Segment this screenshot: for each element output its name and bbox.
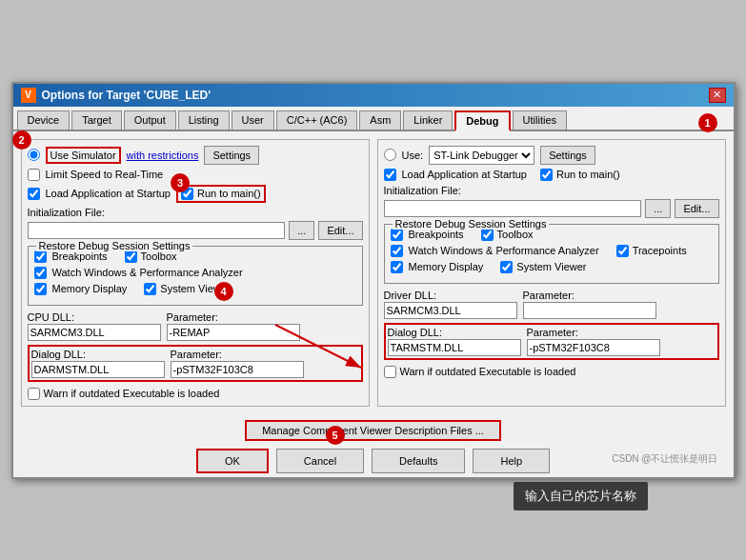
mem-check-left[interactable] <box>34 283 47 295</box>
driver-param-input[interactable] <box>523 302 656 319</box>
watch-check-left[interactable] <box>34 267 47 279</box>
mem-check-right[interactable] <box>391 261 403 273</box>
sysviewer-check-left[interactable] <box>144 283 156 295</box>
with-restrictions-link[interactable]: with restrictions <box>127 150 199 161</box>
run-to-main-check-right[interactable] <box>540 169 553 181</box>
watermark: CSDN @不让慌张是明日 <box>612 452 717 466</box>
warn-label-right: Warn if outdated Executable is loaded <box>400 366 576 377</box>
tab-debug[interactable]: Debug <box>454 110 510 131</box>
limit-speed-label: Limit Speed to Real-Time <box>46 169 164 180</box>
tooltip-arrow <box>266 320 380 377</box>
edit-btn-right[interactable]: Edit... <box>675 199 718 218</box>
annotation-5: 5 <box>326 426 345 445</box>
annotation-1: 1 <box>698 113 717 132</box>
right-settings-button[interactable]: Settings <box>540 146 595 165</box>
warn-check-left[interactable] <box>28 388 40 400</box>
app-icon: V <box>21 88 36 103</box>
driver-param-label: Parameter: <box>523 290 656 301</box>
svg-line-1 <box>275 325 361 368</box>
browse-btn-right[interactable]: ... <box>645 199 671 218</box>
bp-check-right[interactable] <box>391 229 403 241</box>
use-label-right: Use: <box>402 150 424 161</box>
trace-check-right[interactable] <box>616 245 629 257</box>
tab-bar: Device Target Output Listing User C/C++ … <box>13 107 734 131</box>
sysviewer-check-right[interactable] <box>500 261 513 273</box>
tab-listing[interactable]: Listing <box>178 110 230 130</box>
use-simulator-label: Use Simulator <box>46 147 121 164</box>
restore-group-label-left: Restore Debug Session Settings <box>36 240 193 251</box>
restore-group-label-right: Restore Debug Session Settings <box>393 218 550 230</box>
dialog-param-input-right[interactable] <box>527 339 660 356</box>
load-app-check-left[interactable] <box>28 188 40 200</box>
dialog-dll-input-left[interactable] <box>31 361 165 378</box>
annotation-2: 2 <box>12 130 31 150</box>
manage-component-button[interactable]: Manage Component Viewer Description File… <box>245 420 501 441</box>
load-app-check-right[interactable] <box>384 169 396 181</box>
run-to-main-label-right: Run to main() <box>556 169 620 180</box>
tab-device[interactable]: Device <box>17 110 71 130</box>
toolbox-check-right[interactable] <box>481 229 494 241</box>
defaults-button[interactable]: Defaults <box>372 449 465 473</box>
toolbox-check-left[interactable] <box>125 250 137 263</box>
dialog-dll-input-right[interactable] <box>388 339 521 356</box>
tab-linker[interactable]: Linker <box>403 110 453 130</box>
tab-target[interactable]: Target <box>71 110 122 130</box>
driver-dll-input[interactable] <box>384 302 517 319</box>
cpu-dll-label-left: CPU DLL: <box>28 311 161 323</box>
dialog-title: Options for Target 'CUBE_LED' <box>42 89 212 102</box>
limit-speed-check[interactable] <box>28 169 40 181</box>
load-app-label-left: Load Application at Startup <box>46 188 171 199</box>
warn-label-left: Warn if outdated Executable is loaded <box>44 388 220 399</box>
help-button[interactable]: Help <box>473 449 550 473</box>
tab-output[interactable]: Output <box>124 110 176 130</box>
browse-btn-left[interactable]: ... <box>289 221 314 240</box>
load-app-label-right: Load Application at Startup <box>402 169 527 180</box>
tab-utilities[interactable]: Utilities <box>513 110 567 130</box>
debugger-select[interactable]: ST-Link Debugger <box>429 146 534 165</box>
watch-check-right[interactable] <box>391 245 403 257</box>
tooltip-text: 输入自己的芯片名称 <box>514 482 648 510</box>
bp-check-left[interactable] <box>34 250 47 263</box>
warn-check-right[interactable] <box>384 366 396 378</box>
init-file-label-right: Initialization File: <box>384 185 719 196</box>
edit-btn-left[interactable]: Edit... <box>318 221 362 240</box>
init-file-input-right[interactable] <box>384 200 642 217</box>
tab-user[interactable]: User <box>232 110 274 130</box>
run-to-main-label-left: Run to main() <box>197 188 261 199</box>
tab-cc6[interactable]: C/C++ (AC6) <box>276 110 358 130</box>
cpu-dll-input-left[interactable] <box>28 324 161 341</box>
left-settings-button[interactable]: Settings <box>204 146 259 165</box>
driver-dll-label: Driver DLL: <box>384 290 517 301</box>
tab-asm[interactable]: Asm <box>359 110 401 130</box>
use-radio-right[interactable] <box>384 149 396 161</box>
dialog-dll-label-left: Dialog DLL: <box>31 349 165 360</box>
annotation-4: 4 <box>214 282 233 301</box>
init-file-label-left: Initialization File: <box>28 207 363 218</box>
close-button[interactable]: ✕ <box>709 88 726 103</box>
dialog-param-label-right: Parameter: <box>527 327 660 338</box>
annotation-3: 3 <box>171 173 190 192</box>
use-simulator-radio[interactable] <box>28 149 40 161</box>
title-bar: V Options for Target 'CUBE_LED' ✕ <box>13 84 734 107</box>
dialog-dll-label-right: Dialog DLL: <box>388 327 521 338</box>
cancel-button[interactable]: Cancel <box>276 449 364 473</box>
init-file-input-left[interactable] <box>28 222 286 239</box>
ok-button[interactable]: OK <box>196 449 269 473</box>
